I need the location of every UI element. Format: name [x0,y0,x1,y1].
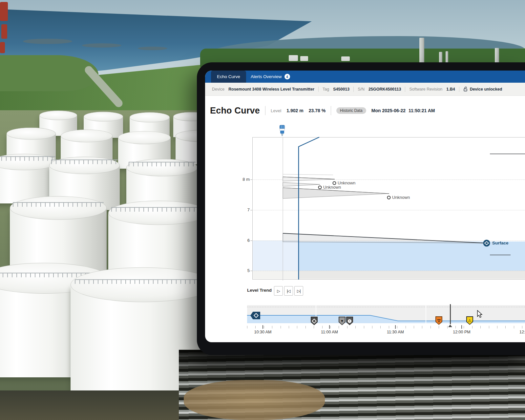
photo-island [138,47,167,50]
time-label-1130: 11:30 AM [387,330,404,334]
echo-label-unknown-3[interactable]: Unknown [392,195,410,200]
photo-red-structure [0,2,8,21]
echo-label-unknown-2[interactable]: Unknown [323,185,341,190]
stage: Echo Curve Alerts Overview 4 Device Rose… [0,0,525,420]
triangle-outline-icon: ▽ [437,318,440,323]
app-screen: Echo Curve Alerts Overview 4 Device Rose… [205,71,525,342]
pipe-rack-shadow [179,350,525,420]
trend-playhead[interactable] [450,304,451,324]
time-axis-ticks [247,326,525,328]
time-label-1100: 11:00 AM [321,330,338,334]
major-tick [262,325,263,329]
skip-to-start-button[interactable]: |◁ [284,286,293,296]
photo-island [82,43,121,48]
skip-to-end-button[interactable]: ▷| [294,286,303,296]
photo-distant-tank [300,56,308,61]
circle-x-icon: × [348,319,351,323]
skip-to-end-icon: ▷| [297,289,300,293]
skip-to-start-icon: |◁ [287,289,290,293]
warning-icon: ⚠ [468,318,472,323]
triangle-down-icon: ▼ [340,319,344,323]
time-label-1230: 12:30 PM [519,330,525,334]
photo-headland [0,55,98,91]
photo-red-structure [1,24,7,39]
photo-island [23,39,72,44]
time-label-1030: 10:30 AM [254,330,272,334]
diamond-icon [312,318,317,324]
diamond-icon [254,313,259,318]
echo-curve-svg [205,71,525,342]
trend-gridline [426,305,426,323]
storage-tank [10,208,107,272]
time-label-1200: 12:00 PM [453,330,471,334]
play-icon: ▷ [277,289,280,293]
photo-distant-tank [289,55,298,61]
mouse-cursor-icon [477,310,483,318]
major-tick [329,325,330,329]
level-trend-label: Level Trend [247,288,272,293]
major-tick [461,325,462,329]
play-button[interactable]: ▷ [274,286,283,296]
photo-distant-tank [341,56,350,61]
photo-ground [0,390,210,420]
surface-label[interactable]: Surface [492,241,509,245]
major-tick [395,325,396,329]
photo-red-structure [0,42,5,53]
